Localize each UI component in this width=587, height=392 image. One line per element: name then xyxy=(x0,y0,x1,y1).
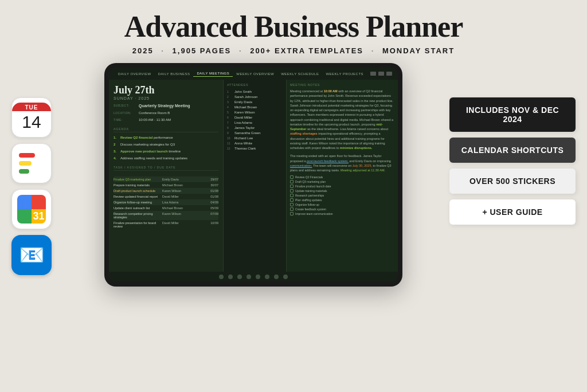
attendee-9: 9Samantha Green xyxy=(227,130,283,135)
checkbox-9: Improve team communication xyxy=(290,211,394,216)
subtitle-year: 2025 xyxy=(132,46,154,55)
gcal-quadrant-4: 31 xyxy=(32,209,46,224)
checkbox-7: Organize follow-up xyxy=(290,202,394,207)
task-row-8: Finalize presentation for board review D… xyxy=(114,220,218,229)
bottom-icon-7 xyxy=(274,275,279,279)
date-sub: SUNDAY · 2025 xyxy=(114,96,218,100)
nav-icon-1 xyxy=(370,72,376,76)
google-calendar-icon[interactable]: 31 xyxy=(11,189,52,229)
gcal-quadrant-2 xyxy=(32,195,46,209)
gcal-grid: 31 xyxy=(17,195,46,224)
feature-labels-column: INCLUDES NOV & DEC 2024 CALENDAR SHORTCU… xyxy=(449,63,576,287)
reminders-app-icon[interactable] xyxy=(11,143,52,183)
outlook-app-icon[interactable]: 📧 xyxy=(11,235,52,275)
tasks-table: Finalize Q3 marketing plan Emily Davis 2… xyxy=(114,177,218,229)
label-stickers: OVER 500 STICKERS xyxy=(449,168,576,194)
agenda-item-1: 1. Review Q2 financial performance xyxy=(114,136,218,139)
task-row-7: Research competitor pricing strategies K… xyxy=(114,211,218,220)
checkbox-3: Finalize product launch date xyxy=(290,184,394,189)
reminder-dot-red xyxy=(19,153,35,158)
label-user-guide: + USER GUIDE xyxy=(449,199,576,225)
nav-weekly-projects[interactable]: WEEKLY PROJECTS xyxy=(322,71,367,77)
reminder-dot-yellow xyxy=(19,161,32,166)
bottom-icon-1 xyxy=(219,275,224,279)
gcal-quadrant-3 xyxy=(17,209,32,224)
subtitle-templates: 200+ EXTRA TEMPLATES xyxy=(250,46,363,55)
content-area: TUE 14 31 📧 xyxy=(0,63,587,287)
agenda-item-2: 2 Discuss marketing strategies for Q3 xyxy=(114,143,218,146)
page-subtitle: 2025 · 1,905 PAGES · 200+ EXTRA TEMPLATE… xyxy=(0,46,587,55)
nav-icon-3 xyxy=(386,72,392,76)
bottom-icon-2 xyxy=(228,275,233,279)
checklist-area: Review Q2 Financials Draft Q3 marketing … xyxy=(290,175,394,216)
time-label: TIME: xyxy=(114,118,136,121)
gcal-quadrant-1 xyxy=(17,195,32,209)
label-nov-dec: INCLUDES NOV & DEC 2024 xyxy=(449,97,576,132)
attendee-8: 8James Taylor xyxy=(227,125,283,130)
agenda-title: AGENDA xyxy=(114,127,218,132)
tablet-nav-icons xyxy=(370,72,392,76)
attendee-10: 10Richard Lee xyxy=(227,135,283,140)
bottom-icon-3 xyxy=(237,275,242,279)
page-header: Advanced Business Planner 2025 · 1,905 P… xyxy=(0,0,587,58)
nav-daily-meetings[interactable]: DAILY MEETINGS xyxy=(193,70,233,77)
task-row-1: Finalize Q3 marketing plan Emily Davis 2… xyxy=(114,177,218,182)
label-calendar-shortcuts: CALENDAR SHORTCUTS xyxy=(449,138,576,163)
bottom-icon-8 xyxy=(283,275,288,279)
gcal-number: 31 xyxy=(33,210,44,222)
tasks-title: TASK / ASSIGNED TO / DUE DATE xyxy=(114,166,218,171)
attendee-11: 11Anna White xyxy=(227,140,283,146)
checkbox-1: Review Q2 Financials xyxy=(290,175,394,179)
nav-weekly-overview[interactable]: WEEKLY OVERVIEW xyxy=(233,71,277,77)
time-value: 10:00 AM - 11:30 AM xyxy=(139,118,218,121)
outlook-letter: 📧 xyxy=(19,243,45,267)
location-label: LOCATION: xyxy=(114,111,136,115)
calendar-day-number: 14 xyxy=(22,111,41,133)
subtitle-start: MONDAY START xyxy=(382,46,455,55)
dot-1: · xyxy=(161,46,165,55)
nav-weekly-schedule[interactable]: WEEKLY SCHEDULE xyxy=(277,71,322,77)
location-value: Conference Room B xyxy=(139,111,218,115)
attendee-5: 5Karen Wilson xyxy=(227,109,283,115)
notes-paragraph-2: The meeting ended with an open floor for… xyxy=(290,154,394,173)
tablet-screen[interactable]: DAILY OVERVIEW DAILY BUSINESS DAILY MEET… xyxy=(109,68,398,282)
task-row-6: Update client outreach list Michael Brow… xyxy=(114,205,218,211)
attendee-6: 6David Miller xyxy=(227,115,283,120)
date-heading: July 27th xyxy=(114,84,218,96)
attendee-7: 7Lisa Adams xyxy=(227,120,283,125)
notes-title: MEETING NOTES xyxy=(290,83,394,87)
attendee-4: 4Michael Brown xyxy=(227,104,283,109)
task-row-4: Review updated financial report David Mi… xyxy=(114,194,218,199)
location-field: LOCATION: Conference Room B xyxy=(114,111,218,115)
dot-3: · xyxy=(371,46,375,55)
notes-paragraph-1: Meeting commenced at 10:00 AM with an ov… xyxy=(290,89,394,150)
subject-field: SUBJECT: Quarterly Strategy Meeting xyxy=(114,104,218,108)
checkbox-5: Research partnerships xyxy=(290,193,394,198)
tablet-date: July 27th SUNDAY · 2025 xyxy=(114,84,218,100)
nav-daily-overview[interactable]: DAILY OVERVIEW xyxy=(115,71,155,77)
dot-2: · xyxy=(239,46,242,55)
nav-daily-business[interactable]: DAILY BUSINESS xyxy=(155,71,194,77)
tablet-nav: DAILY OVERVIEW DAILY BUSINESS DAILY MEET… xyxy=(109,68,398,80)
calendar-day-label: TUE xyxy=(12,103,51,111)
subject-value: Quarterly Strategy Meeting xyxy=(139,104,218,108)
attendee-2: 2Sarah Johnson xyxy=(227,94,283,99)
tablet-attendees-panel: ATTENDEES 1John Smith 2Sarah Johnson 3Em… xyxy=(224,80,287,272)
subject-label: SUBJECT: xyxy=(114,104,136,108)
tablet-device: DAILY OVERVIEW DAILY BUSINESS DAILY MEET… xyxy=(104,63,402,287)
nav-icon-2 xyxy=(378,72,384,76)
task-row-3: Draft product launch schedule Karen Wils… xyxy=(114,188,218,194)
bottom-icon-6 xyxy=(265,275,269,279)
task-row-5: Organize follow-up meeting Lisa Adams 04… xyxy=(114,199,218,205)
tablet-body: July 27th SUNDAY · 2025 SUBJECT: Quarter… xyxy=(109,80,398,272)
agenda-item-4: 4. Address staffing needs and training u… xyxy=(114,156,218,160)
attendee-12: 12Thomas Clark xyxy=(227,146,283,151)
tablet-left-panel: July 27th SUNDAY · 2025 SUBJECT: Quarter… xyxy=(109,80,224,272)
calendar-app-icon[interactable]: TUE 14 xyxy=(11,97,52,138)
reminder-dot-green xyxy=(19,169,29,174)
checkbox-6: Plan staffing updates xyxy=(290,198,394,202)
app-icons-column: TUE 14 31 📧 xyxy=(11,63,57,287)
attendees-title: ATTENDEES xyxy=(227,83,283,87)
tablet-notes-panel: MEETING NOTES Meeting commenced at 10:00… xyxy=(287,80,398,272)
checkbox-4: Update training materials xyxy=(290,189,394,193)
